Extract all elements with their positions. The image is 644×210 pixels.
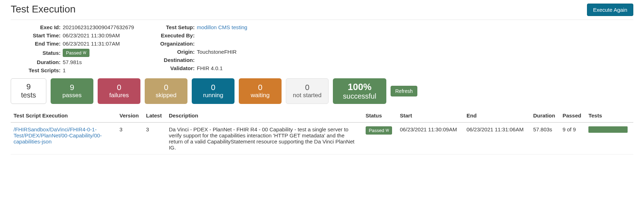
tile-label: tests xyxy=(17,91,40,99)
th-duration[interactable]: Duration xyxy=(530,109,560,122)
meta-organization: Organization: xyxy=(152,41,247,47)
cell-start: 06/23/2021 11:30:09AM xyxy=(397,122,464,154)
tile-label: waiting xyxy=(245,92,275,99)
tile-label: failures xyxy=(104,92,134,99)
tile-count: 0 xyxy=(245,83,275,92)
th-desc[interactable]: Description xyxy=(166,109,363,122)
table-header-row: Test Script Execution Version Latest Des… xyxy=(11,109,633,122)
meta-value: 57.981s xyxy=(63,59,82,65)
results-table: Test Script Execution Version Latest Des… xyxy=(11,109,633,154)
tile-count: 100% xyxy=(339,82,380,92)
th-start[interactable]: Start xyxy=(397,109,464,122)
meta-label: End Time: xyxy=(18,41,61,47)
meta-col-left: Exec Id: 20210623123009047763​2679 Start… xyxy=(18,24,134,73)
tile-label: not started xyxy=(293,92,322,99)
th-tests[interactable]: Tests xyxy=(586,109,633,122)
meta-label: Origin: xyxy=(152,49,195,55)
th-script[interactable]: Test Script Execution xyxy=(11,109,117,122)
tile-label: running xyxy=(198,92,228,99)
cell-desc: Da Vinci - PDEX - PlanNet - FHIR R4 - 00… xyxy=(166,122,363,154)
tile-count: 0 xyxy=(104,83,134,92)
meta-origin: Origin: TouchstoneFHIR xyxy=(152,49,247,55)
cell-latest: 3 xyxy=(143,122,166,154)
meta-test-setup: Test Setup: modillon CMS testing xyxy=(152,24,247,30)
tile-label: passes xyxy=(57,92,87,99)
tile-label: skipped xyxy=(151,92,181,99)
meta-value: TouchstoneFHIR xyxy=(197,49,237,55)
tile-waiting[interactable]: 0 waiting xyxy=(239,78,282,104)
tile-count: 9 xyxy=(57,83,87,92)
meta-test-scripts: Test Scripts: 1 xyxy=(18,67,134,73)
cell-passed: 9 of 9 xyxy=(560,122,586,154)
tile-count: 0 xyxy=(293,83,322,92)
cell-version: 3 xyxy=(117,122,143,154)
tests-bar-icon xyxy=(588,126,628,133)
row-status-text: Passed xyxy=(369,128,384,133)
meta-label: Destination: xyxy=(152,57,195,63)
meta-label: Test Setup: xyxy=(152,24,195,30)
test-script-link[interactable]: /FHIRSandbox/DaVinci/FHIR4-0-1-Test/PDEX… xyxy=(14,126,113,145)
meta-value: 06/23/2021 11:30:09AM xyxy=(63,32,120,38)
th-version[interactable]: Version xyxy=(117,109,143,122)
summary-tiles: 9 tests 9 passes 0 failures 0 skipped 0 … xyxy=(11,78,633,104)
tile-not-started[interactable]: 0 not started xyxy=(286,78,329,104)
meta-validator: Validator: FHIR 4.0.1 xyxy=(152,65,247,71)
meta-col-right: Test Setup: modillon CMS testing Execute… xyxy=(152,24,247,73)
meta-duration: Duration: 57.981s xyxy=(18,59,134,65)
th-latest[interactable]: Latest xyxy=(143,109,166,122)
tile-count: 0 xyxy=(198,83,228,92)
table-row: /FHIRSandbox/DaVinci/FHIR4-0-1-Test/PDEX… xyxy=(11,122,633,154)
tile-running[interactable]: 0 running xyxy=(192,78,235,104)
tile-tests[interactable]: 9 tests xyxy=(11,78,46,104)
meta-value: FHIR 4.0.1 xyxy=(197,65,223,71)
tile-label: successful xyxy=(339,92,380,100)
page-header: Test Execution Execute Again xyxy=(11,4,633,20)
tile-successful[interactable]: 100% successful xyxy=(333,78,386,104)
meta-destination: Destination: xyxy=(152,57,247,63)
meta-section: Exec Id: 20210623123009047763​2679 Start… xyxy=(18,24,633,73)
cell-end: 06/23/2021 11:31:06AM xyxy=(464,122,530,154)
meta-label: Exec Id: xyxy=(18,24,61,30)
meta-exec-id: Exec Id: 20210623123009047763​2679 xyxy=(18,24,134,30)
tile-passes[interactable]: 9 passes xyxy=(51,78,93,104)
meta-label: Organization: xyxy=(152,41,195,47)
cell-duration: 57.803s xyxy=(530,122,560,154)
meta-label: Test Scripts: xyxy=(18,67,61,73)
tile-count: 0 xyxy=(151,83,181,92)
row-status-sup: W xyxy=(386,128,389,132)
row-status-badge: PassedW xyxy=(366,126,392,135)
meta-label: Start Time: xyxy=(18,32,61,38)
test-setup-link[interactable]: modillon CMS testing xyxy=(197,24,247,30)
status-badge-sup: W xyxy=(83,51,86,55)
meta-label: Status: xyxy=(18,50,61,56)
meta-value: 1 xyxy=(63,67,66,73)
tile-count: 9 xyxy=(17,83,40,91)
meta-value: 20210623123009047763​2679 xyxy=(63,24,134,30)
execute-again-button[interactable]: Execute Again xyxy=(587,4,633,16)
meta-start-time: Start Time: 06/23/2021 11:30:09AM xyxy=(18,32,134,38)
meta-value: 06/23/2021 11:31:07AM xyxy=(63,41,120,47)
tile-failures[interactable]: 0 failures xyxy=(98,78,140,104)
refresh-button[interactable]: Refresh xyxy=(391,86,417,96)
tile-skipped[interactable]: 0 skipped xyxy=(145,78,187,104)
meta-label: Validator: xyxy=(152,65,195,71)
meta-status: Status: PassedW xyxy=(18,49,134,57)
status-badge-text: Passed xyxy=(66,50,81,56)
th-end[interactable]: End xyxy=(464,109,530,122)
status-badge: PassedW xyxy=(63,49,89,57)
meta-executed-by: Executed By: xyxy=(152,32,247,38)
meta-end-time: End Time: 06/23/2021 11:31:07AM xyxy=(18,41,134,47)
page-title: Test Execution xyxy=(11,4,76,15)
meta-label: Executed By: xyxy=(152,32,195,38)
th-status[interactable]: Status xyxy=(363,109,397,122)
meta-label: Duration: xyxy=(18,59,61,65)
th-passed[interactable]: Passed xyxy=(560,109,586,122)
